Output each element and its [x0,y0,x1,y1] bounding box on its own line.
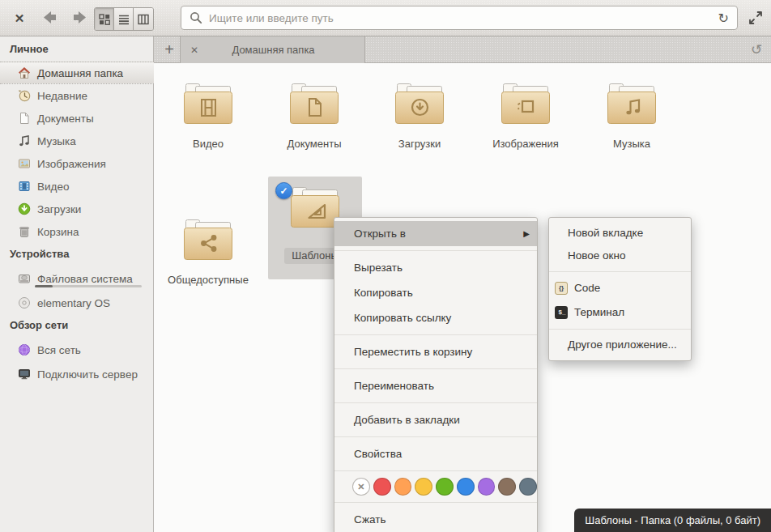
folder-music[interactable]: Музыка [583,81,680,151]
server-monitor-icon [18,368,31,381]
sidebar-item-label: Файловая система [37,273,133,285]
sidebar-item-label: Музыка [37,135,76,147]
menu-item-properties[interactable]: Свойства [334,441,537,466]
folder-label: Документы [287,138,341,151]
color-tag-slate[interactable] [519,478,537,496]
color-tag-blue[interactable] [457,478,475,496]
color-tag-brown[interactable] [498,478,516,496]
disc-icon [18,296,31,309]
folder-downloads-icon [394,81,445,126]
files-window: ✕ [0,0,771,532]
folder-label: Загрузки [398,138,441,151]
sidebar-item-home[interactable]: Домашняя папка [0,62,154,84]
submenu-item-code[interactable]: {} Code [549,276,691,300]
recent-icon [18,89,31,102]
folder-videos[interactable]: Видео [160,81,257,151]
sidebar: Личное Домашняя папка Недавние Документы [0,36,154,532]
menu-separator [549,271,691,272]
sidebar-item-recent[interactable]: Недавние [0,84,154,107]
back-button[interactable] [37,6,63,30]
folder-label: Музыка [613,138,650,151]
menu-item-compress[interactable]: Сжать [334,507,537,532]
menu-item-add-bookmark[interactable]: Добавить в закладки [334,407,537,432]
folder-public[interactable]: Общедоступные [160,217,257,287]
sidebar-item-label: Документы [37,113,94,125]
history-button[interactable]: ↺ [745,39,768,61]
tab-home-folder[interactable]: ✕ Домашняя папка [180,36,365,63]
color-tag-yellow[interactable] [415,478,432,496]
window-close-button[interactable]: ✕ [6,0,32,36]
menu-item-move-to-trash[interactable]: Переместить в корзину [334,339,537,364]
sidebar-item-label: Подключить сервер [37,368,138,381]
folder-documents[interactable]: Документы [266,81,363,151]
document-icon [18,112,31,125]
new-tab-button[interactable]: + [159,38,180,61]
color-tag-orange[interactable] [394,478,412,496]
sidebar-item-trash[interactable]: Корзина [0,220,154,243]
menu-separator [549,329,691,330]
sidebar-item-label: Недавние [37,90,87,102]
folder-downloads[interactable]: Загрузки [371,81,468,151]
sidebar-item-documents[interactable]: Документы [0,107,154,130]
color-tag-red[interactable] [373,478,391,496]
sidebar-item-label: Корзина [37,226,79,238]
pictures-icon [18,157,31,170]
videos-icon [18,180,31,193]
color-tag-clear[interactable]: ✕ [352,478,370,496]
network-globe-icon [18,343,31,356]
color-tag-row: ✕ [334,475,537,498]
submenu-arrow-icon: ▶ [523,221,530,246]
menu-item-open-with[interactable]: Открыть в ▶ [334,221,537,246]
column-view-button[interactable] [134,8,153,30]
sidebar-header-devices: Устройства [10,245,69,264]
maximize-button[interactable] [745,9,766,28]
color-tag-purple[interactable] [478,478,496,496]
sidebar-item-entire-network[interactable]: Вся сеть [0,338,154,361]
menu-separator [334,436,537,437]
context-menu: Открыть в ▶ Вырезать Копировать Копирова… [334,217,538,532]
harddrive-icon [18,272,31,285]
sidebar-item-elementary-os[interactable]: elementary OS [0,292,154,314]
sidebar-item-music[interactable]: Музыка [0,130,154,152]
sidebar-item-downloads[interactable]: Загрузки [0,198,154,220]
tab-bar: + ✕ Домашняя папка ↺ [154,36,771,63]
code-app-icon: {} [555,282,568,295]
submenu-item-new-window[interactable]: Новое окно [549,245,691,267]
folder-pictures[interactable]: Изображения [477,81,574,151]
color-tag-green[interactable] [436,478,454,496]
sidebar-item-pictures[interactable]: Изображения [0,152,154,175]
sidebar-item-connect-server[interactable]: Подключить сервер [0,363,154,385]
menu-item-copy[interactable]: Копировать [334,280,537,305]
list-view-button[interactable] [114,8,134,30]
forward-button[interactable] [66,6,92,30]
menu-separator [334,502,537,503]
selected-check-badge: ✓ [275,182,292,199]
sidebar-item-videos[interactable]: Видео [0,175,154,198]
sidebar-item-label: Видео [37,181,69,193]
menu-item-copy-link[interactable]: Копировать ссылку [334,305,537,330]
status-overlay: Шаблоны - Папка (0 файлы, 0 байт) [574,509,771,532]
submenu-item-other-app[interactable]: Другое приложение... [549,334,691,356]
search-icon [190,11,202,24]
menu-item-rename[interactable]: Переименовать [334,373,537,398]
menu-item-cut[interactable]: Вырезать [334,255,537,280]
maximize-icon [748,10,764,26]
tab-close-button[interactable]: ✕ [181,45,205,56]
folder-documents-icon [288,81,340,126]
grid-view-button[interactable] [95,8,114,30]
view-switcher [94,7,154,31]
back-arrow-icon [40,8,60,27]
forward-arrow-icon [70,8,89,27]
folder-label: Изображения [492,138,559,151]
sidebar-item-label: Домашняя папка [37,67,123,79]
search-input[interactable] [202,7,715,28]
menu-separator [334,470,537,471]
sidebar-header-personal: Личное [10,40,49,59]
sidebar-header-network: Обзор сети [10,316,68,335]
refresh-button[interactable]: ↻ [715,11,737,26]
folder-music-icon [606,81,658,126]
menu-separator [334,250,537,251]
submenu-item-new-tab[interactable]: Новой вкладке [549,222,691,245]
submenu-item-terminal[interactable]: $_ Терминал [549,300,691,325]
sidebar-item-label: Загрузки [37,203,81,215]
